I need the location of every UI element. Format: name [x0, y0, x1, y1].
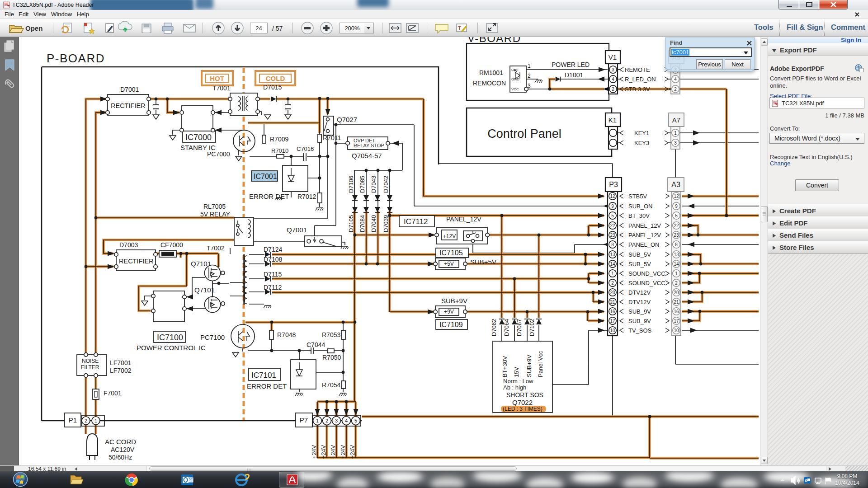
svg-text:+24V: +24V — [311, 445, 317, 459]
svg-text:OUT: OUT — [511, 68, 519, 72]
svg-text:D7040: D7040 — [370, 215, 377, 232]
svg-text:D7062: D7062 — [491, 319, 497, 336]
svg-text:VCC: VCC — [511, 87, 519, 91]
svg-text:KEY1: KEY1 — [634, 130, 649, 136]
svg-text:POWER LED: POWER LED — [552, 61, 590, 68]
svg-text:1: 1 — [94, 418, 97, 423]
svg-text:23: 23 — [674, 233, 679, 238]
svg-text:PC7100: PC7100 — [200, 333, 225, 341]
svg-text:(LED : 3 TIMES): (LED : 3 TIMES) — [503, 406, 542, 412]
svg-text:IC7100: IC7100 — [157, 333, 183, 342]
svg-text:22: 22 — [674, 223, 679, 228]
svg-text:R7048: R7048 — [277, 331, 296, 338]
svg-text:14: 14 — [674, 262, 679, 267]
svg-text:IC7112: IC7112 — [404, 217, 428, 226]
svg-text:IC7105: IC7105 — [439, 249, 463, 257]
svg-text:2: 2 — [326, 418, 328, 423]
svg-text:KEY3: KEY3 — [634, 140, 649, 146]
svg-text:3: 3 — [528, 83, 531, 89]
svg-text:PANEL_12V: PANEL_12V — [628, 222, 661, 229]
svg-text:SUB_5V: SUB_5V — [628, 261, 651, 267]
svg-text:C7016: C7016 — [297, 145, 314, 152]
svg-text:+9V: +9V — [444, 309, 454, 315]
svg-text:R7050: R7050 — [322, 354, 341, 361]
svg-text:2: 2 — [528, 73, 531, 79]
svg-text:D7015: D7015 — [263, 84, 282, 91]
svg-text:T7001: T7001 — [212, 84, 231, 92]
svg-text:D7042: D7042 — [382, 176, 389, 193]
svg-text:9: 9 — [675, 204, 678, 209]
svg-text:D7105: D7105 — [348, 215, 354, 232]
svg-text:D7001: D7001 — [120, 86, 139, 93]
svg-text:REMOTE: REMOTE — [625, 66, 650, 73]
svg-text:PANEL_12V: PANEL_12V — [446, 216, 481, 223]
svg-text:POWER CONTROL IC: POWER CONTROL IC — [137, 344, 206, 352]
svg-text:/ 57: / 57 — [272, 25, 283, 32]
svg-text:8: 8 — [675, 242, 678, 247]
svg-text:STB5V: STB5V — [628, 193, 647, 200]
svg-text:1: 1 — [674, 131, 677, 136]
svg-text:A3: A3 — [671, 181, 680, 188]
svg-text:Q7022: Q7022 — [512, 399, 533, 406]
svg-text:IC7101: IC7101 — [251, 371, 276, 380]
svg-text:D7124: D7124 — [264, 246, 282, 253]
svg-text:SUB+9V: SUB+9V — [441, 297, 467, 305]
svg-text:DTV12V: DTV12V — [628, 299, 651, 305]
svg-text:PANEL_ON: PANEL_ON — [628, 241, 659, 248]
svg-text:REMOCON: REMOCON — [473, 80, 506, 87]
svg-text:4: 4 — [345, 418, 348, 423]
svg-text:R7012: R7012 — [297, 193, 316, 200]
svg-text:IC7109: IC7109 — [439, 321, 463, 328]
svg-text:R7011: R7011 — [323, 134, 341, 141]
svg-text:D7108: D7108 — [264, 256, 282, 263]
svg-text:Q7101: Q7101 — [194, 286, 215, 294]
svg-text:16: 16 — [610, 309, 615, 314]
svg-text:12: 12 — [610, 194, 615, 199]
svg-text:8: 8 — [611, 242, 614, 247]
svg-text:P-BOARD: P-BOARD — [47, 52, 105, 65]
svg-text:13: 13 — [674, 252, 679, 257]
svg-text:1: 1 — [528, 63, 531, 69]
svg-text:+5V: +5V — [444, 261, 454, 267]
svg-text:21: 21 — [610, 300, 615, 305]
svg-text:K1: K1 — [609, 116, 617, 124]
svg-text:17: 17 — [674, 319, 679, 324]
svg-text:BT_30V: BT_30V — [628, 212, 650, 219]
svg-text:10: 10 — [674, 328, 679, 333]
svg-text:Q7001: Q7001 — [287, 226, 307, 234]
svg-text:TV_SOS: TV_SOS — [628, 327, 652, 334]
svg-text:SOUND_VCC: SOUND_VCC — [628, 270, 665, 277]
svg-text:SUB_ON: SUB_ON — [628, 203, 652, 210]
svg-text:50/60Hz: 50/60Hz — [108, 454, 132, 461]
svg-text:AC CORD: AC CORD — [105, 438, 136, 446]
svg-text:5: 5 — [611, 213, 614, 218]
svg-text:SOUND_VCC: SOUND_VCC — [628, 280, 665, 286]
svg-text:9: 9 — [611, 204, 614, 209]
svg-text:1: 1 — [611, 271, 614, 276]
svg-text:AC120V: AC120V — [111, 446, 135, 453]
svg-text:RM1001: RM1001 — [479, 69, 503, 76]
svg-text:Open: Open — [25, 24, 42, 32]
svg-text:PANEL_12V: PANEL_12V — [628, 232, 661, 239]
svg-text:Panel Vcc: Panel Vcc — [537, 351, 544, 377]
svg-text:Control Panel: Control Panel — [487, 127, 561, 141]
svg-text:STB 3.3V: STB 3.3V — [625, 86, 650, 93]
svg-text:COLD: COLD — [266, 75, 285, 82]
svg-text:T7002: T7002 — [207, 244, 225, 252]
svg-text:16: 16 — [674, 309, 679, 314]
svg-text:GND: GND — [511, 77, 519, 81]
svg-text:V1: V1 — [609, 53, 617, 61]
svg-text:+24V: +24V — [340, 445, 346, 459]
svg-text:RL7005: RL7005 — [203, 203, 226, 210]
svg-text:PC7000: PC7000 — [207, 150, 230, 158]
svg-text:3: 3 — [335, 418, 338, 423]
svg-text:SUB_5V: SUB_5V — [628, 251, 651, 258]
svg-text:+24V: +24V — [349, 445, 356, 459]
svg-text:D7039: D7039 — [382, 215, 389, 232]
svg-text:5V RELAY: 5V RELAY — [200, 211, 231, 218]
svg-text:RECTIFIER: RECTIFIER — [111, 102, 146, 109]
svg-text:Q7027: Q7027 — [337, 116, 357, 123]
svg-text:ERROR DET: ERROR DET — [247, 382, 287, 390]
svg-text:P3: P3 — [609, 181, 618, 188]
svg-text:2: 2 — [85, 418, 87, 423]
